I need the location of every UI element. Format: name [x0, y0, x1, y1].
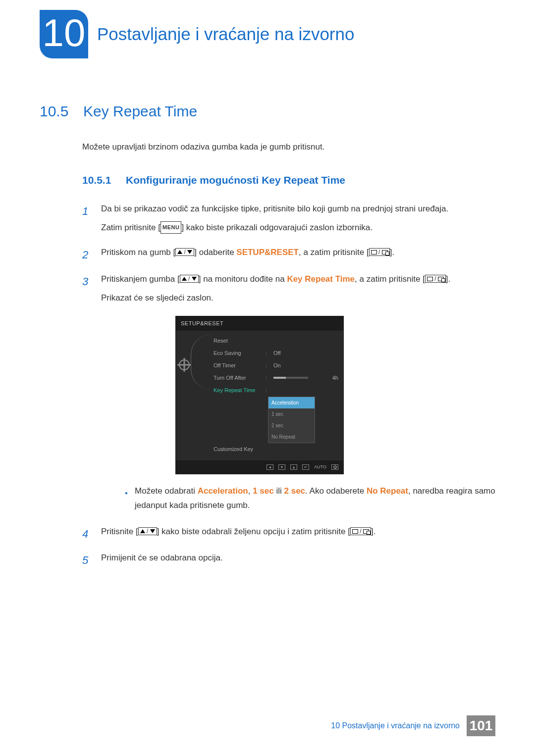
step-number: 1 [82, 201, 92, 239]
step: 2Pritiskom na gumb [ / ] odaberite SETUP… [82, 245, 495, 265]
page-number: 101 [467, 715, 495, 736]
step: 3Pritiskanjem gumba [ / ] na monitoru do… [82, 271, 495, 518]
chapter-number-badge: 10 [40, 10, 88, 58]
osd-row-value: On [273, 360, 338, 371]
osd-row-value: Off [273, 348, 338, 358]
keyword: SETUP&RESET [236, 248, 299, 257]
step-number: 3 [82, 271, 92, 518]
keyword: Key Repeat Time [287, 274, 355, 284]
step-number: 5 [82, 550, 92, 571]
osd-row: Customized Key [214, 443, 338, 455]
up-down-icon: / [138, 527, 157, 535]
step: 4Pritisnite [ / ] kako biste odabrali že… [82, 524, 495, 545]
osd-row-label: Customized Key [214, 444, 261, 454]
step-number: 2 [82, 245, 92, 265]
osd-submenu: Acceleration1 sec2 secNo Repeat [268, 397, 315, 443]
step-body: Pritiskanjem gumba [ / ] na monitoru dođ… [101, 271, 495, 518]
subsection-number: 10.5.1 [82, 174, 117, 186]
osd-row: Key Repeat Time: [214, 384, 338, 397]
step-body: Pritisnite [ / ] kako biste odabrali žel… [101, 524, 495, 545]
section-intro: Možete upravljati brzinom odaziva gumba … [82, 141, 495, 153]
osd-nav-icon: ↵ [302, 464, 309, 470]
footer-chapter-ref: 10 Postavljanje i vraćanje na izvorno [331, 721, 460, 730]
gear-icon [179, 359, 190, 370]
up-down-icon: / [180, 275, 199, 283]
section-number: 10.5 [40, 103, 74, 120]
osd-submenu-item: 2 sec [268, 420, 315, 431]
osd-submenu-item: 1 sec [268, 408, 315, 420]
osd-row-label: Off Timer [214, 360, 261, 371]
osd-row-label: Key Repeat Time [214, 385, 261, 396]
osd-footer: ◂▾▴↵AUTO⏻ [176, 460, 343, 474]
chapter-header: 10 Postavljanje i vraćanje na izvorno [40, 10, 495, 58]
section-title: Key Repeat Time [83, 103, 197, 120]
osd-nav-icon: ◂ [267, 464, 273, 470]
step-line: Pritisnite [ / ] kako biste odabrali žel… [101, 524, 495, 540]
step-line: Primijenit će se odabrana opcija. [101, 550, 495, 566]
step-line: Pritiskom na gumb [ / ] odaberite SETUP&… [101, 245, 495, 260]
chapter-title: Postavljanje i vraćanje na izvorno [97, 24, 354, 44]
note-text: Možete odabrati Acceleration, 1 sec ili … [135, 484, 495, 513]
osd-submenu-item: Acceleration [268, 397, 315, 408]
step-line: Prikazat će se sljedeći zaslon. [101, 290, 495, 306]
osd-row: Off Timer:On [214, 359, 338, 372]
osd-arc-decoration [191, 335, 211, 389]
osd-row: Reset [214, 335, 338, 347]
osd-nav-icon: ▾ [278, 464, 285, 470]
osd-row-label: Reset [214, 336, 261, 346]
osd-submenu-item: No Repeat [268, 431, 315, 443]
power-icon: ⏻ [331, 464, 338, 470]
step-body: Primijenit će se odabrana opcija. [101, 550, 495, 571]
step-line: Pritiskanjem gumba [ / ] na monitoru dođ… [101, 271, 495, 287]
osd-slider [273, 377, 308, 379]
enter-icon: / [350, 527, 371, 535]
osd-row: Eco Saving:Off [214, 347, 338, 359]
note-bullet: ●Možete odabrati Acceleration, 1 sec ili… [125, 484, 495, 513]
enter-icon: / [425, 275, 446, 283]
osd-row-label: Turn Off After [214, 373, 261, 383]
enter-icon: / [369, 248, 390, 256]
step: 1Da bi se prikazao vodič za funkcijske t… [82, 201, 495, 239]
step-number: 4 [82, 524, 92, 545]
step-line: Da bi se prikazao vodič za funkcijske ti… [101, 201, 495, 217]
subsection-title: Konfiguriranje mogućnosti Key Repeat Tim… [126, 174, 345, 186]
menu-button-icon: MENU [160, 221, 181, 234]
step: 5Primijenit će se odabrana opcija. [82, 550, 495, 571]
page-footer: 10 Postavljanje i vraćanje na izvorno 10… [331, 715, 495, 736]
bullet-icon: ● [125, 489, 128, 513]
osd-nav-icon: ▴ [290, 464, 297, 470]
osd-menu: ResetEco Saving:OffOff Timer:OnTurn Off … [214, 335, 338, 455]
step-body: Da bi se prikazao vodič za funkcijske ti… [101, 201, 495, 239]
osd-screenshot: SETUP&RESETResetEco Saving:OffOff Timer:… [175, 316, 495, 474]
osd-auto-label: AUTO [314, 463, 326, 471]
subsection-heading: 10.5.1 Konfiguriranje mogućnosti Key Rep… [82, 174, 495, 186]
osd-row-label: Eco Saving [214, 348, 261, 358]
steps-list: 1Da bi se prikazao vodič za funkcijske t… [82, 201, 495, 571]
up-down-icon: / [175, 248, 194, 256]
section-heading: 10.5 Key Repeat Time [40, 103, 495, 120]
osd-title: SETUP&RESET [176, 316, 343, 331]
osd-row: Turn Off After:4h [214, 372, 338, 384]
step-body: Pritiskom na gumb [ / ] odaberite SETUP&… [101, 245, 495, 265]
step-line: Zatim pritisnite [MENU] kako biste prika… [101, 220, 495, 236]
